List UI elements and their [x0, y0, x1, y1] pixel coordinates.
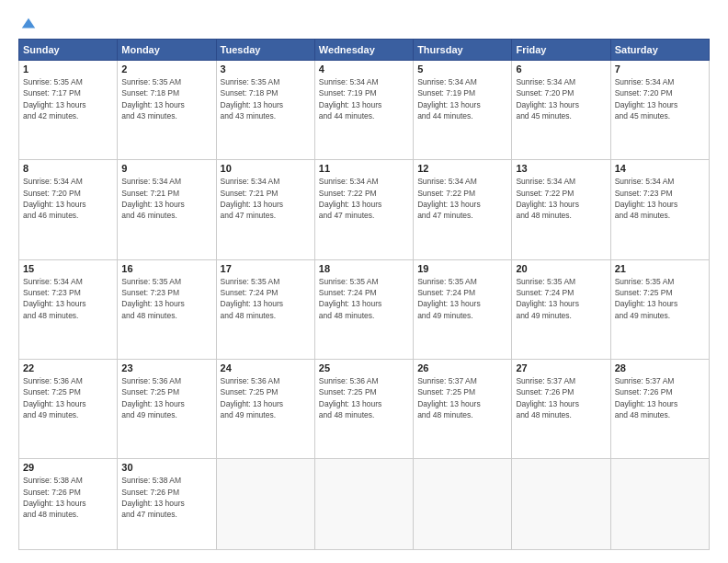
day-number: 3: [221, 63, 311, 75]
day-number: 12: [417, 163, 507, 174]
day-info: Sunrise: 5:34 AMSunset: 7:22 PMDaylight:…: [319, 176, 409, 221]
day-cell: 5Sunrise: 5:34 AMSunset: 7:19 PMDaylight…: [414, 61, 512, 160]
day-info: Sunrise: 5:35 AMSunset: 7:18 PMDaylight:…: [121, 76, 211, 121]
page: SundayMondayTuesdayWednesdayThursdayFrid…: [0, 0, 728, 563]
day-number: 28: [615, 362, 705, 373]
day-cell: 24Sunrise: 5:36 AMSunset: 7:25 PMDayligh…: [216, 360, 314, 459]
logo: [18, 17, 37, 29]
day-info: Sunrise: 5:37 AMSunset: 7:26 PMDaylight:…: [615, 375, 705, 420]
day-number: 4: [319, 63, 409, 75]
day-number: 7: [615, 63, 705, 75]
day-cell: 22Sunrise: 5:36 AMSunset: 7:25 PMDayligh…: [19, 360, 118, 459]
day-cell: [512, 459, 610, 550]
day-cell: 18Sunrise: 5:35 AMSunset: 7:24 PMDayligh…: [314, 259, 413, 359]
day-number: 18: [319, 263, 409, 274]
weekday-header-tuesday: Tuesday: [216, 40, 314, 61]
day-info: Sunrise: 5:35 AMSunset: 7:24 PMDaylight:…: [516, 276, 606, 321]
day-cell: 3Sunrise: 5:35 AMSunset: 7:18 PMDaylight…: [216, 61, 314, 160]
day-number: 13: [516, 163, 606, 174]
day-number: 26: [417, 362, 507, 373]
day-cell: 13Sunrise: 5:34 AMSunset: 7:22 PMDayligh…: [512, 160, 610, 259]
day-number: 11: [319, 163, 409, 174]
week-row-0: 1Sunrise: 5:35 AMSunset: 7:17 PMDaylight…: [19, 61, 710, 160]
calendar-table: SundayMondayTuesdayWednesdayThursdayFrid…: [18, 39, 710, 550]
day-info: Sunrise: 5:35 AMSunset: 7:24 PMDaylight:…: [319, 276, 409, 321]
day-number: 2: [121, 63, 211, 75]
day-info: Sunrise: 5:34 AMSunset: 7:22 PMDaylight:…: [516, 176, 606, 221]
day-number: 24: [221, 362, 311, 373]
day-cell: 19Sunrise: 5:35 AMSunset: 7:24 PMDayligh…: [414, 259, 512, 359]
day-info: Sunrise: 5:35 AMSunset: 7:17 PMDaylight:…: [23, 76, 113, 121]
day-cell: 14Sunrise: 5:34 AMSunset: 7:23 PMDayligh…: [610, 160, 709, 259]
day-info: Sunrise: 5:34 AMSunset: 7:19 PMDaylight:…: [319, 76, 409, 121]
day-cell: [414, 459, 512, 550]
day-info: Sunrise: 5:35 AMSunset: 7:24 PMDaylight:…: [221, 276, 311, 321]
day-info: Sunrise: 5:36 AMSunset: 7:25 PMDaylight:…: [221, 375, 311, 420]
day-number: 19: [417, 263, 507, 274]
day-cell: 8Sunrise: 5:34 AMSunset: 7:20 PMDaylight…: [19, 160, 118, 259]
day-cell: 26Sunrise: 5:37 AMSunset: 7:25 PMDayligh…: [414, 360, 512, 459]
day-cell: 1Sunrise: 5:35 AMSunset: 7:17 PMDaylight…: [19, 61, 118, 160]
weekday-header-monday: Monday: [118, 40, 216, 61]
day-cell: 30Sunrise: 5:38 AMSunset: 7:26 PMDayligh…: [118, 459, 216, 550]
day-number: 14: [615, 163, 705, 174]
day-cell: 16Sunrise: 5:35 AMSunset: 7:23 PMDayligh…: [118, 259, 216, 359]
day-cell: 25Sunrise: 5:36 AMSunset: 7:25 PMDayligh…: [314, 360, 413, 459]
weekday-header-friday: Friday: [512, 40, 610, 61]
day-number: 30: [121, 462, 211, 473]
day-info: Sunrise: 5:34 AMSunset: 7:21 PMDaylight:…: [221, 176, 311, 221]
day-info: Sunrise: 5:35 AMSunset: 7:23 PMDaylight:…: [121, 276, 211, 321]
day-cell: 10Sunrise: 5:34 AMSunset: 7:21 PMDayligh…: [216, 160, 314, 259]
day-info: Sunrise: 5:34 AMSunset: 7:22 PMDaylight:…: [417, 176, 507, 221]
day-cell: 23Sunrise: 5:36 AMSunset: 7:25 PMDayligh…: [118, 360, 216, 459]
day-number: 20: [516, 263, 606, 274]
weekday-header-sunday: Sunday: [19, 40, 118, 61]
day-number: 6: [516, 63, 606, 75]
day-number: 27: [516, 362, 606, 373]
day-cell: 15Sunrise: 5:34 AMSunset: 7:23 PMDayligh…: [19, 259, 118, 359]
day-cell: 11Sunrise: 5:34 AMSunset: 7:22 PMDayligh…: [314, 160, 413, 259]
day-cell: 20Sunrise: 5:35 AMSunset: 7:24 PMDayligh…: [512, 259, 610, 359]
day-info: Sunrise: 5:35 AMSunset: 7:25 PMDaylight:…: [615, 276, 705, 321]
day-number: 5: [417, 63, 507, 75]
day-cell: 29Sunrise: 5:38 AMSunset: 7:26 PMDayligh…: [19, 459, 118, 550]
week-row-1: 8Sunrise: 5:34 AMSunset: 7:20 PMDaylight…: [19, 160, 710, 259]
day-info: Sunrise: 5:34 AMSunset: 7:19 PMDaylight:…: [417, 76, 507, 121]
day-number: 16: [121, 263, 211, 274]
day-info: Sunrise: 5:35 AMSunset: 7:18 PMDaylight:…: [221, 76, 311, 121]
day-info: Sunrise: 5:37 AMSunset: 7:25 PMDaylight:…: [417, 375, 507, 420]
svg-marker-0: [22, 18, 35, 29]
day-cell: 28Sunrise: 5:37 AMSunset: 7:26 PMDayligh…: [610, 360, 709, 459]
logo-icon: [20, 17, 37, 33]
weekday-header-thursday: Thursday: [414, 40, 512, 61]
day-number: 9: [121, 163, 211, 174]
day-info: Sunrise: 5:36 AMSunset: 7:25 PMDaylight:…: [121, 375, 211, 420]
day-info: Sunrise: 5:36 AMSunset: 7:25 PMDaylight:…: [23, 375, 113, 420]
header: [18, 17, 710, 29]
day-cell: 9Sunrise: 5:34 AMSunset: 7:21 PMDaylight…: [118, 160, 216, 259]
day-cell: 6Sunrise: 5:34 AMSunset: 7:20 PMDaylight…: [512, 61, 610, 160]
day-info: Sunrise: 5:34 AMSunset: 7:20 PMDaylight:…: [516, 76, 606, 121]
weekday-header-wednesday: Wednesday: [314, 40, 413, 61]
week-row-3: 22Sunrise: 5:36 AMSunset: 7:25 PMDayligh…: [19, 360, 710, 459]
day-cell: 4Sunrise: 5:34 AMSunset: 7:19 PMDaylight…: [314, 61, 413, 160]
day-info: Sunrise: 5:34 AMSunset: 7:20 PMDaylight:…: [615, 76, 705, 121]
day-number: 23: [121, 362, 211, 373]
day-cell: 17Sunrise: 5:35 AMSunset: 7:24 PMDayligh…: [216, 259, 314, 359]
day-info: Sunrise: 5:38 AMSunset: 7:26 PMDaylight:…: [121, 475, 211, 520]
day-info: Sunrise: 5:35 AMSunset: 7:24 PMDaylight:…: [417, 276, 507, 321]
day-info: Sunrise: 5:34 AMSunset: 7:23 PMDaylight:…: [615, 176, 705, 221]
day-cell: [216, 459, 314, 550]
day-number: 15: [23, 263, 113, 274]
day-info: Sunrise: 5:34 AMSunset: 7:23 PMDaylight:…: [23, 276, 113, 321]
day-number: 22: [23, 362, 113, 373]
day-number: 21: [615, 263, 705, 274]
day-info: Sunrise: 5:34 AMSunset: 7:21 PMDaylight:…: [121, 176, 211, 221]
day-number: 29: [23, 462, 113, 473]
day-cell: [610, 459, 709, 550]
day-info: Sunrise: 5:37 AMSunset: 7:26 PMDaylight:…: [516, 375, 606, 420]
day-info: Sunrise: 5:34 AMSunset: 7:20 PMDaylight:…: [23, 176, 113, 221]
day-cell: 7Sunrise: 5:34 AMSunset: 7:20 PMDaylight…: [610, 61, 709, 160]
weekday-header-row: SundayMondayTuesdayWednesdayThursdayFrid…: [19, 40, 710, 61]
week-row-4: 29Sunrise: 5:38 AMSunset: 7:26 PMDayligh…: [19, 459, 710, 550]
